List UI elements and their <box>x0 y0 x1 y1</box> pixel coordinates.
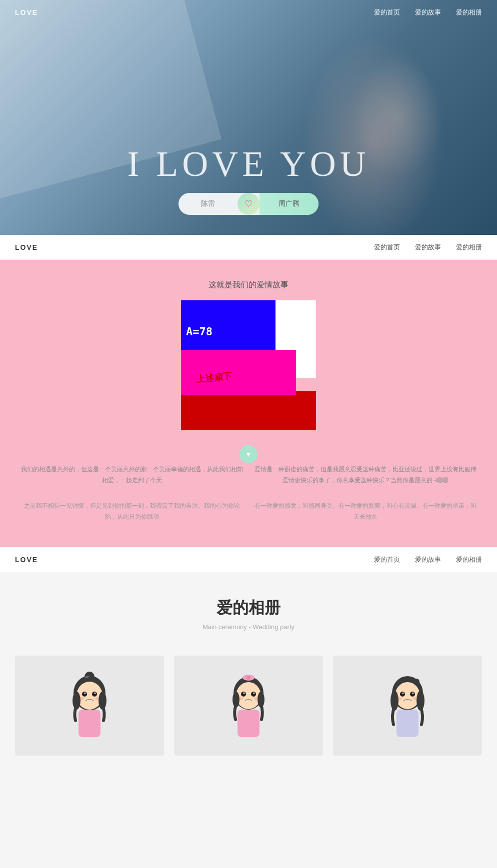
svg-point-26 <box>414 679 420 685</box>
sticky-nav-links-1: 爱的首页 爱的故事 爱的相册 <box>374 243 482 252</box>
hero-title: I LOVE YOU <box>0 143 497 185</box>
svg-point-14 <box>246 676 250 680</box>
cartoon-girl-2 <box>174 656 323 756</box>
svg-point-15 <box>236 682 261 709</box>
svg-point-5 <box>84 693 86 694</box>
sticky-logo-2: LOVE <box>15 556 38 564</box>
sticky-nav-1: LOVE 爱的首页 爱的故事 爱的相册 <box>0 235 497 260</box>
hero-section: LOVE 爱的首页 爱的故事 爱的相册 I LOVE YOU 陈雷 ♡ 周广腾 <box>0 0 497 235</box>
heart-icon: ♡ <box>238 193 260 215</box>
story-quotes: 之前我不相信一见钟情，但是见到你的那一刻，我否定了我的看法。我的心为你论陷，从此… <box>15 486 482 522</box>
svg-rect-22 <box>238 710 260 737</box>
svg-point-19 <box>254 693 255 694</box>
story-quote-right: 有一种爱的感觉，叫感同身受。有一种爱的默契，叫心有灵犀。有一种爱的承诺，叫天长地… <box>254 501 477 522</box>
nav-link-story[interactable]: 爱的故事 <box>415 8 441 17</box>
story-center: A=78 上述康下 <box>15 300 482 430</box>
album-subtitle: Main ceremony - Wedding party <box>15 623 482 631</box>
cartoon-girl-3 <box>333 656 482 756</box>
svg-point-4 <box>92 692 97 697</box>
svg-point-27 <box>395 682 420 709</box>
name-left: 陈雷 <box>178 199 238 208</box>
sticky-nav-links-2: 爱的首页 爱的故事 爱的相册 <box>374 555 482 564</box>
album-grid <box>15 656 482 756</box>
nav-link-home[interactable]: 爱的首页 <box>374 8 400 17</box>
album-card-2[interactable] <box>174 656 323 756</box>
cartoon-girl-1 <box>15 656 164 756</box>
svg-point-18 <box>244 693 245 694</box>
glitch-image: A=78 上述康下 <box>181 300 316 430</box>
hero-nav: LOVE 爱的首页 爱的故事 爱的相册 <box>0 0 497 25</box>
hero-bg: LOVE 爱的首页 爱的故事 爱的相册 I LOVE YOU 陈雷 ♡ 周广腾 <box>0 0 497 235</box>
nav-links: 爱的首页 爱的故事 爱的相册 <box>374 8 482 17</box>
name-right: 周广腾 <box>260 193 318 215</box>
svg-rect-34 <box>396 710 418 737</box>
svg-point-2 <box>76 682 102 710</box>
story-texts: 我们的相遇是意外的，但这是一个美丽意外的那一个美丽幸福的相遇，从此我们相知相爱，… <box>15 464 482 486</box>
nav-link-album[interactable]: 爱的相册 <box>456 8 482 17</box>
sticky-nav-album-2[interactable]: 爱的相册 <box>456 555 482 564</box>
album-section: 爱的相册 Main ceremony - Wedding party <box>0 572 497 776</box>
story-section: 这就是我们的爱情故事 A=78 上述康下 ▼ 我们的相遇是意外的，但这是一个美丽… <box>0 260 497 547</box>
couple-bar: 陈雷 ♡ 周广腾 <box>178 193 318 215</box>
svg-point-6 <box>94 693 96 694</box>
album-card-1[interactable] <box>15 656 164 756</box>
svg-point-31 <box>412 693 414 694</box>
svg-point-30 <box>402 693 404 694</box>
story-text-left: 我们的相遇是意外的，但这是一个美丽意外的那一个美丽幸福的相遇，从此我们相知相爱，… <box>20 464 244 486</box>
sticky-nav-story-1[interactable]: 爱的故事 <box>415 243 441 252</box>
sticky-nav-home-2[interactable]: 爱的首页 <box>374 555 400 564</box>
album-title: 爱的相册 <box>15 597 482 619</box>
sticky-nav-story-2[interactable]: 爱的故事 <box>415 555 441 564</box>
sticky-nav-2: LOVE 爱的首页 爱的故事 爱的相册 <box>0 547 497 572</box>
nav-logo: LOVE <box>15 8 38 16</box>
story-title: 这就是我们的爱情故事 <box>15 280 482 290</box>
svg-point-3 <box>82 692 87 697</box>
sticky-nav-album-1[interactable]: 爱的相册 <box>456 243 482 252</box>
sticky-logo-1: LOVE <box>15 243 38 251</box>
svg-point-28 <box>400 692 405 697</box>
svg-point-16 <box>241 692 246 697</box>
glitch-magenta <box>181 350 296 395</box>
svg-rect-9 <box>78 710 100 737</box>
sticky-nav-home-1[interactable]: 爱的首页 <box>374 243 400 252</box>
glitch-text-1: A=78 <box>186 325 212 338</box>
down-arrow-btn[interactable]: ▼ <box>240 445 258 463</box>
svg-point-17 <box>251 692 256 697</box>
glitch-red <box>181 391 316 430</box>
svg-point-29 <box>410 692 415 697</box>
story-text-right: 爱情是一种甜蜜的痛苦，但是我愿意忍受这种痛苦，比亚还说过，世界上没有比服待爱情更… <box>254 464 477 486</box>
story-quote-left: 之前我不相信一见钟情，但是见到你的那一刻，我否定了我的看法。我的心为你论陷，从此… <box>20 501 244 522</box>
album-card-3[interactable] <box>333 656 482 756</box>
